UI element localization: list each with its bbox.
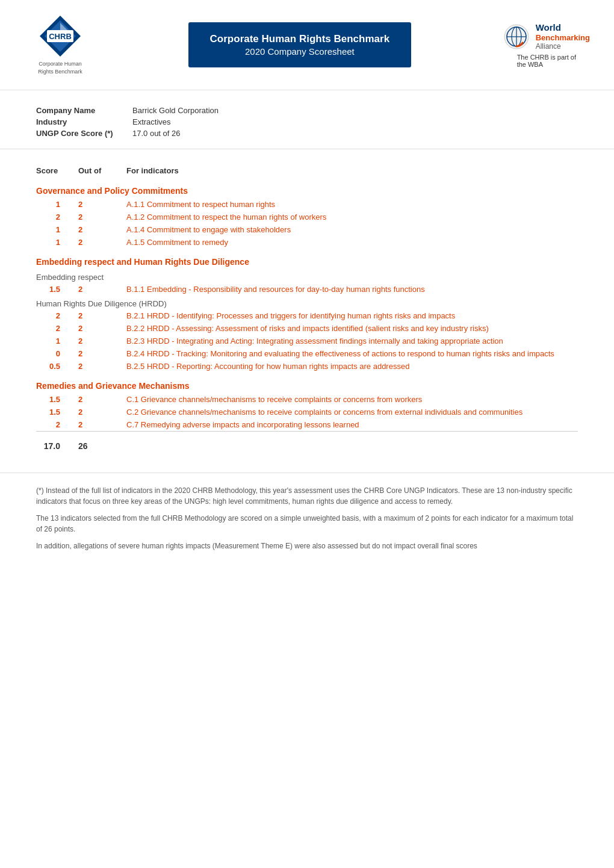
- ungp-score-label: UNGP Core Score (*): [36, 128, 132, 139]
- indicator-cell: A.1.1 Commitment to respect human rights: [126, 198, 578, 211]
- wba-subtext: The CHRB is part of the WBA: [517, 54, 576, 68]
- page-header: CHRB Corporate Human Rights Benchmark Co…: [0, 0, 614, 90]
- company-name-row: Company Name Barrick Gold Corporation: [36, 105, 228, 116]
- table-header-row: Score Out of For indicators: [36, 164, 578, 178]
- out-of-cell: 2: [78, 223, 126, 236]
- score-row: UNGP Core Score (*) 17.0 out of 26: [36, 128, 228, 139]
- table-row: 1.5 2 B.1.1 Embedding - Responsibility a…: [36, 283, 578, 296]
- col-indicators: For indicators: [126, 164, 578, 178]
- indicator-cell: A.1.2 Commitment to respect the human ri…: [126, 211, 578, 223]
- indicator-cell: B.2.3 HRDD - Integrating and Acting: Int…: [126, 335, 578, 347]
- out-of-cell: 2: [78, 283, 126, 296]
- out-of-cell: 2: [78, 198, 126, 211]
- out-of-cell: 2: [78, 360, 126, 373]
- section-title: Governance and Policy Commitments: [36, 178, 578, 198]
- table-row: 1.5 2 C.2 Grievance channels/mechanisms …: [36, 406, 578, 418]
- score-cell: 1.5: [36, 393, 78, 406]
- out-of-cell: 2: [78, 393, 126, 406]
- col-score: Score: [36, 164, 78, 178]
- score-cell: 1: [36, 335, 78, 347]
- table-row: 2 2 C.7 Remedying adverse impacts and in…: [36, 418, 578, 432]
- footnote-1: (*) Instead of the full list of indicato…: [36, 485, 578, 507]
- svg-text:CHRB: CHRB: [49, 32, 72, 41]
- table-row: 1 2 A.1.1 Commitment to respect human ri…: [36, 198, 578, 211]
- table-row: 1 2 A.1.4 Commitment to engage with stak…: [36, 223, 578, 236]
- out-of-cell: 2: [78, 211, 126, 223]
- indicator-cell: A.1.4 Commitment to engage with stakehol…: [126, 223, 578, 236]
- out-of-cell: 2: [78, 236, 126, 249]
- indicator-cell: B.1.1 Embedding - Responsibility and res…: [126, 283, 578, 296]
- score-cell: 0.5: [36, 360, 78, 373]
- total-row: 17.0 26: [36, 432, 578, 454]
- col-out-of: Out of: [78, 164, 126, 178]
- industry-label: Industry: [36, 116, 132, 128]
- out-of-cell: 2: [78, 347, 126, 360]
- table-row: 0.5 2 B.2.5 HRDD - Reporting: Accounting…: [36, 360, 578, 373]
- indicator-cell: B.2.2 HRDD - Assessing: Assessment of ri…: [126, 322, 578, 335]
- out-of-cell: 2: [78, 406, 126, 418]
- table-row: 2 2 B.2.2 HRDD - Assessing: Assessment o…: [36, 322, 578, 335]
- sub-group-label-row: Human Rights Due Diligence (HRDD): [36, 296, 578, 309]
- main-title: Corporate Human Rights Benchmark: [210, 33, 390, 45]
- sub-group-label: Embedding respect: [36, 269, 578, 283]
- footnote-3: In addition, allegations of severe human…: [36, 541, 578, 551]
- section-title-row: Remedies and Grievance Mechanisms: [36, 373, 578, 393]
- wba-logo-area: World Benchmarking Alliance The CHRB is …: [503, 22, 590, 68]
- indicator-cell: B.2.4 HRDD - Tracking: Monitoring and ev…: [126, 347, 578, 360]
- score-cell: 2: [36, 309, 78, 322]
- table-row: 2 2 B.2.1 HRDD - Identifying: Processes …: [36, 309, 578, 322]
- total-score: 17.0: [36, 432, 78, 454]
- header-center: Corporate Human Rights Benchmark 2020 Co…: [120, 22, 479, 67]
- company-name-value: Barrick Gold Corporation: [132, 105, 228, 116]
- section-title-row: Governance and Policy Commitments: [36, 178, 578, 198]
- wba-text: World Benchmarking Alliance: [536, 22, 590, 51]
- score-cell: 0: [36, 347, 78, 360]
- table-row: 1 2 B.2.3 HRDD - Integrating and Acting:…: [36, 335, 578, 347]
- indicator-cell: C.7 Remedying adverse impacts and incorp…: [126, 418, 578, 432]
- industry-value: Extractives: [132, 116, 228, 128]
- title-block: Corporate Human Rights Benchmark 2020 Co…: [188, 22, 412, 67]
- score-cell: 2: [36, 322, 78, 335]
- table-row: 2 2 A.1.2 Commitment to respect the huma…: [36, 211, 578, 223]
- sub-group-label: Human Rights Due Diligence (HRDD): [36, 296, 578, 309]
- indicator-cell: C.1 Grievance channels/mechanisms to rec…: [126, 393, 578, 406]
- table-row: 0 2 B.2.4 HRDD - Tracking: Monitoring an…: [36, 347, 578, 360]
- score-cell: 1: [36, 198, 78, 211]
- score-table: Score Out of For indicators Governance a…: [36, 164, 578, 453]
- indicator-cell: C.2 Grievance channels/mechanisms to rec…: [126, 406, 578, 418]
- score-cell: 1.5: [36, 406, 78, 418]
- indicator-cell: B.2.5 HRDD - Reporting: Accounting for h…: [126, 360, 578, 373]
- chrb-logo: CHRB Corporate Human Rights Benchmark: [24, 14, 96, 75]
- wba-logo-inner: World Benchmarking Alliance: [503, 22, 590, 51]
- out-of-cell: 2: [78, 322, 126, 335]
- footnote-2: The 13 indicators selected from the full…: [36, 513, 578, 535]
- sub-group-label-row: Embedding respect: [36, 269, 578, 283]
- score-cell: 2: [36, 211, 78, 223]
- out-of-cell: 2: [78, 418, 126, 432]
- score-cell: 2: [36, 418, 78, 432]
- section-title: Remedies and Grievance Mechanisms: [36, 373, 578, 393]
- table-row: 1 2 A.1.5 Commitment to remedy: [36, 236, 578, 249]
- indicator-cell: B.2.1 HRDD - Identifying: Processes and …: [126, 309, 578, 322]
- indicator-cell: A.1.5 Commitment to remedy: [126, 236, 578, 249]
- industry-row: Industry Extractives: [36, 116, 228, 128]
- wba-icon: [503, 23, 530, 50]
- out-of-cell: 2: [78, 335, 126, 347]
- score-cell: 1: [36, 223, 78, 236]
- main-content: Score Out of For indicators Governance a…: [0, 149, 614, 473]
- score-cell: 1.5: [36, 283, 78, 296]
- chrb-diamond-icon: CHRB: [39, 14, 82, 58]
- section-title-row: Embedding respect and Human Rights Due D…: [36, 249, 578, 269]
- company-name-label: Company Name: [36, 105, 132, 116]
- sub-title: 2020 Company Scoresheet: [210, 46, 390, 57]
- footnotes: (*) Instead of the full list of indicato…: [0, 473, 614, 581]
- ungp-score-value: 17.0 out of 26: [132, 128, 228, 139]
- out-of-cell: 2: [78, 309, 126, 322]
- chrb-logo-subtext: Corporate Human Rights Benchmark: [38, 60, 82, 75]
- section-title: Embedding respect and Human Rights Due D…: [36, 249, 578, 269]
- score-cell: 1: [36, 236, 78, 249]
- total-out-of: 26: [78, 432, 126, 454]
- company-info: Company Name Barrick Gold Corporation In…: [0, 90, 614, 149]
- table-row: 1.5 2 C.1 Grievance channels/mechanisms …: [36, 393, 578, 406]
